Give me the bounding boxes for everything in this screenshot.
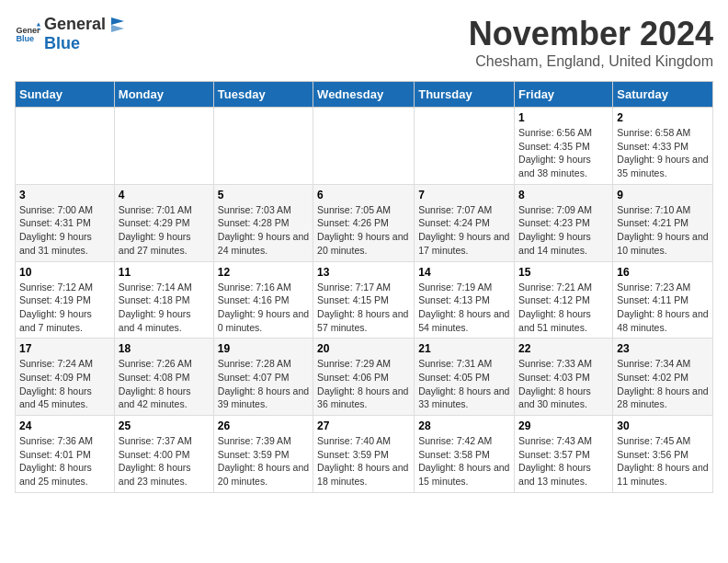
week-row-4: 17Sunrise: 7:24 AM Sunset: 4:09 PM Dayli… xyxy=(16,339,713,416)
day-number: 28 xyxy=(418,419,510,432)
day-info: Sunrise: 7:26 AM Sunset: 4:08 PM Dayligh… xyxy=(119,357,210,411)
day-number: 4 xyxy=(119,189,210,201)
day-info: Sunrise: 7:45 AM Sunset: 3:56 PM Dayligh… xyxy=(617,434,709,488)
day-cell: 1Sunrise: 6:56 AM Sunset: 4:35 PM Daylig… xyxy=(515,108,613,185)
day-number: 7 xyxy=(418,189,510,201)
day-cell: 19Sunrise: 7:28 AM Sunset: 4:07 PM Dayli… xyxy=(213,339,313,416)
day-info: Sunrise: 7:39 AM Sunset: 3:59 PM Dayligh… xyxy=(218,434,309,488)
day-info: Sunrise: 7:10 AM Sunset: 4:21 PM Dayligh… xyxy=(617,203,709,258)
svg-text:Blue: Blue xyxy=(16,34,34,43)
weekday-header-row: SundayMondayTuesdayWednesdayThursdayFrid… xyxy=(16,82,713,108)
logo: General Blue General Blue xyxy=(15,15,128,53)
day-number: 29 xyxy=(518,419,609,432)
day-cell: 28Sunrise: 7:42 AM Sunset: 3:58 PM Dayli… xyxy=(415,416,515,493)
day-cell: 22Sunrise: 7:33 AM Sunset: 4:03 PM Dayli… xyxy=(515,339,613,416)
day-number: 30 xyxy=(617,419,709,432)
week-row-1: 1Sunrise: 6:56 AM Sunset: 4:35 PM Daylig… xyxy=(16,108,713,185)
day-info: Sunrise: 7:17 AM Sunset: 4:15 PM Dayligh… xyxy=(317,281,410,335)
day-info: Sunrise: 7:16 AM Sunset: 4:16 PM Dayligh… xyxy=(218,281,309,335)
day-cell: 12Sunrise: 7:16 AM Sunset: 4:16 PM Dayli… xyxy=(213,261,313,339)
day-cell: 11Sunrise: 7:14 AM Sunset: 4:18 PM Dayli… xyxy=(114,261,213,339)
day-info: Sunrise: 7:37 AM Sunset: 4:00 PM Dayligh… xyxy=(119,434,210,488)
day-info: Sunrise: 7:29 AM Sunset: 4:06 PM Dayligh… xyxy=(317,357,410,411)
logo-flag-icon xyxy=(108,16,126,34)
day-cell: 14Sunrise: 7:19 AM Sunset: 4:13 PM Dayli… xyxy=(415,261,515,339)
week-row-3: 10Sunrise: 7:12 AM Sunset: 4:19 PM Dayli… xyxy=(16,261,713,339)
day-number: 21 xyxy=(418,342,510,355)
day-cell: 20Sunrise: 7:29 AM Sunset: 4:06 PM Dayli… xyxy=(313,339,415,416)
day-cell: 17Sunrise: 7:24 AM Sunset: 4:09 PM Dayli… xyxy=(16,339,115,416)
weekday-header-monday: Monday xyxy=(114,82,213,108)
day-number: 1 xyxy=(518,111,609,124)
day-number: 15 xyxy=(518,266,609,279)
weekday-header-friday: Friday xyxy=(515,82,613,108)
day-cell: 25Sunrise: 7:37 AM Sunset: 4:00 PM Dayli… xyxy=(114,416,213,493)
month-title: November 2024 xyxy=(469,15,713,53)
logo-icon: General Blue xyxy=(15,21,40,47)
day-info: Sunrise: 6:58 AM Sunset: 4:33 PM Dayligh… xyxy=(617,126,709,180)
day-cell: 13Sunrise: 7:17 AM Sunset: 4:15 PM Dayli… xyxy=(313,261,415,339)
day-number: 10 xyxy=(19,266,110,279)
title-area: November 2024 Chesham, England, United K… xyxy=(469,15,713,70)
weekday-header-thursday: Thursday xyxy=(415,82,515,108)
day-number: 14 xyxy=(418,266,510,279)
day-cell: 16Sunrise: 7:23 AM Sunset: 4:11 PM Dayli… xyxy=(613,261,713,339)
svg-text:General: General xyxy=(16,26,40,35)
day-cell: 4Sunrise: 7:01 AM Sunset: 4:29 PM Daylig… xyxy=(114,184,213,261)
day-cell: 24Sunrise: 7:36 AM Sunset: 4:01 PM Dayli… xyxy=(16,416,115,493)
day-number: 23 xyxy=(617,342,709,355)
day-cell: 6Sunrise: 7:05 AM Sunset: 4:26 PM Daylig… xyxy=(313,184,415,261)
day-number: 20 xyxy=(317,342,410,355)
day-number: 25 xyxy=(119,419,210,432)
day-number: 17 xyxy=(19,342,110,355)
day-cell: 9Sunrise: 7:10 AM Sunset: 4:21 PM Daylig… xyxy=(613,184,713,261)
day-number: 9 xyxy=(617,189,709,201)
day-info: Sunrise: 7:23 AM Sunset: 4:11 PM Dayligh… xyxy=(617,281,709,335)
logo-general: General xyxy=(44,15,106,34)
day-cell: 26Sunrise: 7:39 AM Sunset: 3:59 PM Dayli… xyxy=(213,416,313,493)
day-cell xyxy=(16,108,115,185)
week-row-2: 3Sunrise: 7:00 AM Sunset: 4:31 PM Daylig… xyxy=(16,184,713,261)
day-cell: 21Sunrise: 7:31 AM Sunset: 4:05 PM Dayli… xyxy=(415,339,515,416)
weekday-header-wednesday: Wednesday xyxy=(313,82,415,108)
day-number: 11 xyxy=(119,266,210,279)
day-number: 26 xyxy=(218,419,309,432)
weekday-header-saturday: Saturday xyxy=(613,82,713,108)
day-number: 2 xyxy=(617,111,709,124)
day-info: Sunrise: 7:28 AM Sunset: 4:07 PM Dayligh… xyxy=(218,357,309,411)
day-info: Sunrise: 6:56 AM Sunset: 4:35 PM Dayligh… xyxy=(518,126,609,180)
day-info: Sunrise: 7:00 AM Sunset: 4:31 PM Dayligh… xyxy=(19,203,110,258)
day-cell: 29Sunrise: 7:43 AM Sunset: 3:57 PM Dayli… xyxy=(515,416,613,493)
calendar-table: SundayMondayTuesdayWednesdayThursdayFrid… xyxy=(15,81,713,493)
day-cell xyxy=(213,108,313,185)
day-cell: 3Sunrise: 7:00 AM Sunset: 4:31 PM Daylig… xyxy=(16,184,115,261)
day-cell: 5Sunrise: 7:03 AM Sunset: 4:28 PM Daylig… xyxy=(213,184,313,261)
day-cell: 10Sunrise: 7:12 AM Sunset: 4:19 PM Dayli… xyxy=(16,261,115,339)
logo-blue: Blue xyxy=(44,34,80,52)
day-cell: 7Sunrise: 7:07 AM Sunset: 4:24 PM Daylig… xyxy=(415,184,515,261)
day-number: 5 xyxy=(218,189,309,201)
weekday-header-sunday: Sunday xyxy=(16,82,115,108)
day-number: 22 xyxy=(518,342,609,355)
day-info: Sunrise: 7:43 AM Sunset: 3:57 PM Dayligh… xyxy=(518,434,609,488)
day-info: Sunrise: 7:09 AM Sunset: 4:23 PM Dayligh… xyxy=(518,203,609,258)
day-number: 27 xyxy=(317,419,410,432)
day-info: Sunrise: 7:07 AM Sunset: 4:24 PM Dayligh… xyxy=(418,203,510,258)
day-info: Sunrise: 7:21 AM Sunset: 4:12 PM Dayligh… xyxy=(518,281,609,335)
day-number: 18 xyxy=(119,342,210,355)
day-info: Sunrise: 7:24 AM Sunset: 4:09 PM Dayligh… xyxy=(19,357,110,411)
svg-marker-4 xyxy=(111,17,124,25)
header: General Blue General Blue November 2024 … xyxy=(15,15,713,70)
day-info: Sunrise: 7:05 AM Sunset: 4:26 PM Dayligh… xyxy=(317,203,410,258)
day-number: 13 xyxy=(317,266,410,279)
day-info: Sunrise: 7:01 AM Sunset: 4:29 PM Dayligh… xyxy=(119,203,210,258)
day-cell: 30Sunrise: 7:45 AM Sunset: 3:56 PM Dayli… xyxy=(613,416,713,493)
location-title: Chesham, England, United Kingdom xyxy=(469,53,713,70)
day-info: Sunrise: 7:40 AM Sunset: 3:59 PM Dayligh… xyxy=(317,434,410,488)
day-number: 8 xyxy=(518,189,609,201)
day-cell xyxy=(313,108,415,185)
day-number: 3 xyxy=(19,189,110,201)
svg-marker-5 xyxy=(111,25,124,32)
day-cell: 18Sunrise: 7:26 AM Sunset: 4:08 PM Dayli… xyxy=(114,339,213,416)
day-info: Sunrise: 7:14 AM Sunset: 4:18 PM Dayligh… xyxy=(119,281,210,335)
